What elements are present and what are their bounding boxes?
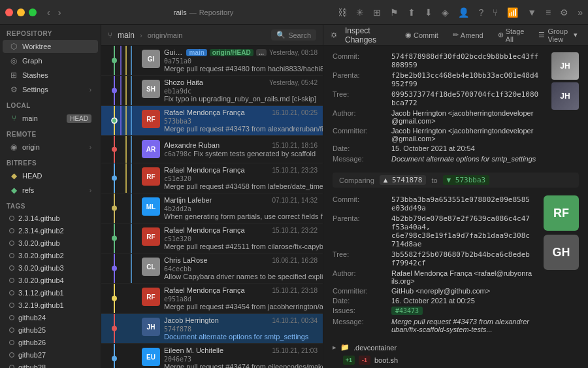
list-icon[interactable]: ≡ xyxy=(546,7,551,18)
sidebar-tag-github27[interactable]: github27 xyxy=(3,349,98,361)
svg-point-35 xyxy=(112,326,117,331)
graph-commit-author-c3: Rafael Mendonça França xyxy=(164,109,245,116)
commit-label: Commit xyxy=(414,31,438,39)
sidebar-item-origin[interactable]: ◉ origin › xyxy=(3,141,98,154)
worktree-label: Worktree xyxy=(22,42,91,50)
boot-sh-item[interactable]: +1 -1 boot.sh xyxy=(333,354,579,367)
sidebar-tag-2.3.14.github2[interactable]: 2.3.14.github2 xyxy=(3,225,98,237)
commit2-message-row: Message: Merge pull request #43473 from … xyxy=(333,318,533,333)
repository-header: Repository xyxy=(0,25,101,39)
graph-search[interactable]: 🔍 Search xyxy=(271,29,316,41)
sidebar-tag-3.2.19.github1[interactable]: 3.2.19.github1 xyxy=(3,299,98,311)
graph-commit-hash-c8: 64cecbb xyxy=(164,265,191,273)
commit2-hash-row: Commit: 573bba3ba9a653551e078802e09e8585… xyxy=(333,195,533,212)
sidebar-item-stashes[interactable]: ⊞ Stashes xyxy=(3,69,98,82)
graph-row-c11[interactable]: EU Eileen M. Uchitelle 15.10.21, 21:03 2… xyxy=(101,344,323,368)
sidebar-tag-3.0.20.github2[interactable]: 3.0.20.github2 xyxy=(3,250,98,261)
inspect-panel: ⛭ Inspect Changes ◉ Commit ✏ Amend ⊕ Sta… xyxy=(323,25,588,368)
filter-icon[interactable]: ▼ xyxy=(527,7,536,18)
main-layout: Repository ⬡ Worktree ◎ Graph ⊞ Stashes … xyxy=(0,25,588,368)
head-badge: HEAD xyxy=(67,114,91,123)
graph-commit-date-c3: 16.10.21, 00:25 xyxy=(272,109,320,116)
graph-row-c7[interactable]: RF Rafael Mendonça França 15.10.21, 23:2… xyxy=(101,224,323,254)
grid-icon[interactable]: ⊞ xyxy=(373,7,381,18)
graph-commit-hash-msg-c1: 0a751a0 Merge pull request #43480 from h… xyxy=(164,57,320,73)
graph-row-c3[interactable]: RF Rafael Mendonça França 16.10.21, 00:2… xyxy=(101,106,323,136)
group-view-button[interactable]: ☰ Group View ▾ xyxy=(534,26,581,44)
settings-label: Settings xyxy=(22,86,86,93)
sidebar-tag-github25[interactable]: github25 xyxy=(3,324,98,336)
more-icon[interactable]: » xyxy=(578,7,583,18)
graph-commit-hash-c9: e951a8d xyxy=(164,295,191,303)
graph-avatar-c2: SH xyxy=(142,80,160,98)
stashes-icon: ⊞ xyxy=(9,71,18,80)
amend-button[interactable]: ✏ Amend xyxy=(449,29,487,41)
sidebar-item-settings[interactable]: ⚙ Settings › xyxy=(3,83,98,96)
tag-dot xyxy=(9,265,14,271)
graph-row-c10[interactable]: JH Jacob Herrington 14.10.21, 00:34 574f… xyxy=(101,314,323,344)
sidebar: Repository ⬡ Worktree ◎ Graph ⊞ Stashes … xyxy=(0,25,101,368)
minimize-button[interactable] xyxy=(17,8,25,16)
tag-dot xyxy=(9,278,14,283)
graph-commit-meta-c11: Eileen M. Uchitelle 15.10.21, 21:03 xyxy=(164,346,320,354)
sidebar-item-graph[interactable]: ◎ Graph xyxy=(3,54,98,67)
commit2-issues-row: Issues: #43473 xyxy=(333,307,533,315)
commit2-date: 16. October 2021 at 00:25 xyxy=(391,297,475,305)
branch-icon[interactable]: ⑂ xyxy=(493,7,498,18)
back-button[interactable]: ‹ xyxy=(44,6,53,19)
commit2-committer-row: Committer: GitHub <noreply@github.com> xyxy=(333,287,533,295)
sidebar-tag-2.3.14.github[interactable]: 2.3.14.github xyxy=(3,212,98,224)
graph-row-c4[interactable]: AR Alexandre Ruban 15.10.21, 18:16 c6a79… xyxy=(101,136,323,163)
graph-commit-meta-c5: Rafael Mendonça França 15.10.21, 23:23 xyxy=(164,166,320,174)
commit-button[interactable]: ◉ Commit xyxy=(401,29,442,41)
sidebar-item-refs[interactable]: ◆ refs › xyxy=(3,184,98,197)
forward-button[interactable]: › xyxy=(56,6,64,19)
link-icon[interactable]: ⛓ xyxy=(338,7,347,18)
sidebar-tag-3.0.20.github[interactable]: 3.0.20.github xyxy=(3,237,98,249)
sidebar-item-worktree[interactable]: ⬡ Worktree xyxy=(3,40,98,53)
sidebar-tag-github26[interactable]: github26 xyxy=(3,337,98,348)
upload-icon[interactable]: ⬆ xyxy=(408,7,416,18)
sidebar-item-main[interactable]: ⑂ main HEAD xyxy=(3,112,98,125)
svg-point-4 xyxy=(112,58,117,63)
sidebar-tag-3.0.20.github3[interactable]: 3.0.20.github3 xyxy=(3,262,98,274)
commit1-tree-row: Tree: 0995373774f18de5700704fc1f320e1080… xyxy=(333,90,540,107)
graph-commit-msg-c10: Document alternate options for smtp_sett… xyxy=(164,333,308,341)
graph-row-c9[interactable]: RF Rafael Mendonça França 15.10.21, 23:1… xyxy=(101,284,323,314)
graph-commit-msg-c4: Fix system tests generated by scaffold xyxy=(193,150,316,158)
graph-row-c5[interactable]: RF Rafael Mendonça França 15.10.21, 23:2… xyxy=(101,163,323,193)
graph-branch-icon: ⑂ xyxy=(108,31,112,40)
asterisk-icon[interactable]: ✳ xyxy=(356,7,364,18)
comparing-bar: Comparing ▲ 5741878 to ▼ 573bba3 xyxy=(333,173,579,188)
maximize-button[interactable] xyxy=(29,8,37,16)
stage-all-button[interactable]: ⊕ Stage All xyxy=(494,26,529,44)
graph-commit-hash-msg-c4: c6a798c Fix system tests generated by sc… xyxy=(164,150,320,158)
devcontainer-folder[interactable]: ▸ 📁 .devcontainer xyxy=(333,341,579,354)
search-icon: 🔍 xyxy=(276,31,286,39)
question-icon[interactable]: ? xyxy=(478,7,483,18)
graph-row-c8[interactable]: CL Chris LaRose 16.06.21, 16:28 64cecbb … xyxy=(101,254,323,284)
tags-header: Tags xyxy=(0,197,101,212)
sidebar-tag-github24[interactable]: github24 xyxy=(3,312,98,324)
graph-commit-msg-c1: Merge pull request #43480 from hachi8833… xyxy=(164,65,323,73)
bell-icon[interactable]: ◈ xyxy=(442,7,449,18)
sidebar-tag-3.0.20.github4[interactable]: 3.0.20.github4 xyxy=(3,275,98,286)
graph-commit-hash-c5: c51e320 xyxy=(164,175,191,182)
commit1-hash: 574f878988df30fd02bcdc9b8bb1ec43ff808959 xyxy=(391,52,540,69)
sidebar-tag-3.1.12.github1[interactable]: 3.1.12.github1 xyxy=(3,287,98,299)
wifi-icon[interactable]: 📶 xyxy=(507,7,518,18)
flag-icon[interactable]: ⚑ xyxy=(390,7,399,18)
graph-row-c1[interactable]: GI Guillermo Iguaran mainorigin/HEAD... … xyxy=(101,46,323,76)
sidebar-item-head[interactable]: ◆ HEAD xyxy=(3,169,98,182)
graph-commit-hash-msg-c3: 573bba3 Merge pull request #43473 from a… xyxy=(164,117,320,133)
settings-icon[interactable]: ⚙ xyxy=(560,7,568,18)
graph-row-c6[interactable]: ML Martijn Lafeber 07.10.21, 14:32 4b2dd… xyxy=(101,193,323,224)
person-icon[interactable]: 👤 xyxy=(458,7,469,18)
graph-row-c2[interactable]: SH Shozo Haita Yesterday, 05:42 eb1a9dc … xyxy=(101,76,323,106)
tag-label: 2.3.14.github2 xyxy=(18,227,91,235)
download-icon[interactable]: ⬇ xyxy=(425,7,433,18)
commit2-committer: GitHub <noreply@github.com> xyxy=(391,287,490,295)
graph-header: ⑂ main › origin/main 🔍 Search xyxy=(101,25,323,46)
close-button[interactable] xyxy=(5,8,13,16)
sidebar-tag-github28[interactable]: github28 xyxy=(3,361,98,368)
